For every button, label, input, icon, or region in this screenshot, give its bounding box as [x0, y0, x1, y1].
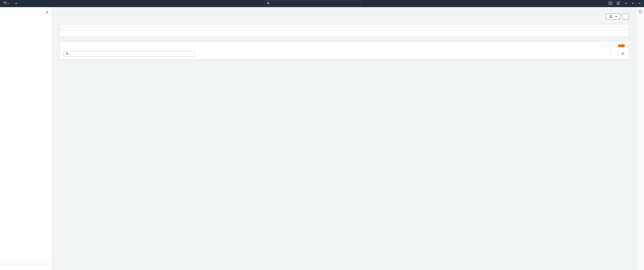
- topnav-right: [609, 2, 640, 6]
- svg-line-6: [68, 54, 68, 55]
- application-details-panel: [60, 24, 629, 37]
- support-menu[interactable]: [638, 3, 640, 4]
- sidebar-header: ✕: [0, 7, 52, 14]
- caret-down-icon: [15, 3, 17, 4]
- svg-point-1: [267, 2, 269, 4]
- svg-point-5: [66, 53, 68, 54]
- search-wrap: [17, 1, 609, 6]
- info-rail: [636, 7, 644, 270]
- page-header: [60, 14, 629, 20]
- create-deployment-group-button[interactable]: [618, 44, 624, 47]
- delete-application-button[interactable]: [622, 14, 629, 20]
- bell-icon: [609, 15, 612, 18]
- content: ‹ ›: [52, 7, 636, 270]
- prev-page-icon[interactable]: ‹: [610, 52, 611, 56]
- svg-text:aws: aws: [4, 1, 6, 3]
- filter-input-wrap[interactable]: [64, 51, 194, 57]
- panel-heading: [60, 24, 628, 31]
- sidebar: ✕: [0, 7, 52, 270]
- search-box[interactable]: [264, 1, 361, 6]
- dg-header: [60, 42, 628, 50]
- cloudshell-icon[interactable]: [609, 2, 612, 6]
- region-menu[interactable]: [631, 3, 634, 4]
- nav-tree: [0, 14, 52, 264]
- search-icon: [66, 52, 68, 56]
- deployment-groups-panel: ‹ ›: [60, 42, 629, 60]
- dg-actions: [601, 44, 624, 47]
- caret-down-icon: [639, 3, 640, 4]
- bell-icon[interactable]: [616, 2, 620, 6]
- filter-input[interactable]: [70, 52, 192, 55]
- svg-point-7: [622, 53, 623, 54]
- account-menu[interactable]: [624, 3, 627, 4]
- next-page-icon[interactable]: ›: [617, 52, 618, 56]
- edit-button[interactable]: [610, 44, 616, 47]
- caret-down-icon: [625, 3, 627, 4]
- search-icon: [267, 2, 270, 5]
- view-details-button[interactable]: [601, 44, 608, 47]
- filter-row: ‹ ›: [60, 50, 628, 59]
- search-input[interactable]: [272, 2, 359, 5]
- services-menu[interactable]: [14, 3, 17, 4]
- sidebar-bottom: [0, 264, 52, 268]
- notify-button[interactable]: [606, 14, 620, 20]
- caret-down-icon: [632, 3, 634, 4]
- aws-logo[interactable]: aws: [4, 1, 10, 6]
- pager: ‹ ›: [610, 52, 624, 56]
- gear-icon[interactable]: [621, 52, 624, 56]
- notification-dot: [619, 1, 620, 2]
- svg-line-2: [269, 4, 270, 5]
- page-actions: [606, 14, 629, 20]
- top-nav: aws: [0, 0, 644, 7]
- close-icon[interactable]: ✕: [46, 10, 48, 15]
- caret-down-icon: [616, 16, 617, 17]
- info-icon[interactable]: [639, 10, 642, 14]
